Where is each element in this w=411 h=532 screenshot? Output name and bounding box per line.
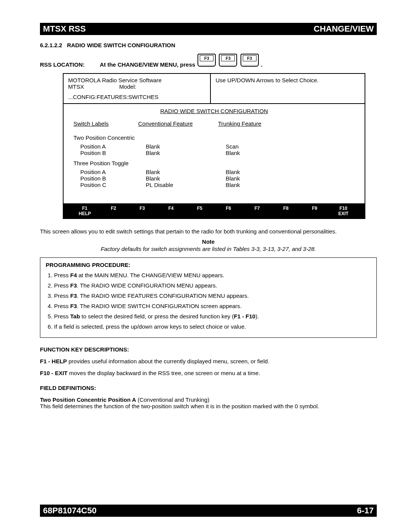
- fkey-f9: F9: [300, 206, 329, 217]
- fn-desc-2: F10 - EXIT moves the display backward in…: [40, 370, 377, 376]
- screen-top-left-l2b: Model:: [119, 83, 136, 90]
- g2-r2-label: Position C: [73, 182, 138, 188]
- proc-step-3: Press F3. The RADIO WIDE FEATURES CONFIG…: [54, 292, 371, 299]
- g2-r1-trunk: Blank: [218, 175, 279, 182]
- note-text: Factory defaults for switch assignments …: [40, 246, 377, 252]
- rss-location-label: RSS LOCATION:: [40, 61, 84, 68]
- fkey-f4: F4: [157, 206, 186, 217]
- fkey-f1: F1HELP: [70, 206, 99, 217]
- proc-heading: PROGRAMMING PROCEDURE:: [46, 262, 371, 268]
- header-left: MTSX RSS: [43, 24, 86, 34]
- proc-step-2: Press F3. The RADIO WIDE CONFIGURATION M…: [54, 282, 371, 289]
- g2-r0-conv: Blank: [138, 169, 218, 175]
- rss-location-period: .: [261, 61, 263, 68]
- proc-step-4: Press F3. The RADIO WIDE SWITCH CONFIGUR…: [54, 303, 371, 309]
- group1-title: Two Position Concentric: [73, 134, 355, 141]
- g2-r1-conv: Blank: [138, 175, 218, 182]
- section-number: 6.2.1.2.2: [40, 42, 62, 48]
- footer-right: 6-17: [357, 506, 374, 516]
- page-header: MTSX RSS CHANGE/VIEW: [40, 23, 377, 35]
- g1-r0-conv: Blank: [138, 143, 218, 150]
- col-head-trunk: Trunking Feature: [218, 120, 279, 127]
- proc-step-5: Press Tab to select the desired field, o…: [54, 313, 371, 320]
- fkey-f6: F6: [214, 206, 243, 217]
- g1-r0-label: Position A: [73, 143, 138, 150]
- screen-top-left-l3: ...CONFIG:FEATURES:SWITCHES: [68, 94, 206, 100]
- function-key-desc-heading: FUNCTION KEY DESCRIPTIONS:: [40, 346, 377, 353]
- rss-location-text: At the CHANGE/VIEW MENU, press: [100, 61, 195, 68]
- fkey-f10: F10EXIT: [329, 206, 358, 217]
- keycap-f3-1: F3: [198, 54, 216, 67]
- fn-desc-1: F1 - HELP provides useful information ab…: [40, 358, 377, 364]
- g1-r1-conv: Blank: [138, 150, 218, 156]
- g2-r0-trunk: Blank: [218, 169, 279, 175]
- screen-main-title: RADIO WIDE SWITCH CONFIGURATION: [73, 108, 355, 114]
- group-two-position: Two Position Concentric Position A Blank…: [73, 134, 355, 156]
- screen-top-left-l2a: MTSX: [68, 83, 118, 90]
- header-right: CHANGE/VIEW: [314, 24, 374, 34]
- section-heading: 6.2.1.2.2 RADIO WIDE SWITCH CONFIGURATIO…: [40, 42, 377, 48]
- note-heading: Note: [40, 238, 377, 245]
- screen-box: MOTOROLA Radio Service Software MTSX Mod…: [63, 73, 365, 219]
- screen-top-left: MOTOROLA Radio Service Software MTSX Mod…: [64, 74, 210, 104]
- fkey-f7: F7: [243, 206, 272, 217]
- g2-r2-trunk: Blank: [218, 182, 279, 188]
- screen-main: RADIO WIDE SWITCH CONFIGURATION Switch L…: [64, 104, 365, 204]
- field-def-body: This field determines the function of th…: [40, 403, 377, 409]
- group2-title: Three Position Toggle: [73, 160, 355, 166]
- g1-r0-trunk: Scan: [218, 143, 279, 150]
- g2-r2-conv: PL Disable: [138, 182, 218, 188]
- proc-step-6: If a field is selected, press the up/dow…: [54, 323, 371, 330]
- fkey-f5: F5: [185, 206, 214, 217]
- screen-top-left-l1: MOTOROLA Radio Service Software: [68, 77, 206, 83]
- keycap-f3-3: F3: [241, 54, 259, 67]
- programming-procedure-box: PROGRAMMING PROCEDURE: Press F4 at the M…: [40, 257, 377, 338]
- proc-step-1: Press F4 at the MAIN MENU. The CHANGE/VI…: [54, 272, 371, 278]
- keycap-f3-2: F3: [219, 54, 237, 67]
- group-three-position: Three Position Toggle Position A Blank B…: [73, 160, 355, 188]
- g2-r1-label: Position B: [73, 175, 138, 182]
- col-head-switch: Switch Labels: [73, 120, 138, 127]
- page-footer: 68P81074C50 6-17: [40, 505, 377, 517]
- col-head-conv: Conventional Feature: [138, 120, 218, 127]
- body-paragraph: This screen allows you to edit switch se…: [40, 228, 377, 235]
- fkey-f3: F3: [128, 206, 157, 217]
- fkey-f2: F2: [99, 206, 128, 217]
- field-def-title-line: Two Position Concentric Position A (Conv…: [40, 396, 377, 403]
- section-title: RADIO WIDE SWITCH CONFIGURATION: [67, 42, 175, 48]
- g1-r1-label: Position B: [73, 150, 138, 156]
- field-def-heading: FIELD DEFINITIONS:: [40, 385, 377, 391]
- g2-r0-label: Position A: [73, 169, 138, 175]
- g1-r1-trunk: Blank: [218, 150, 279, 156]
- fkey-f8: F8: [272, 206, 301, 217]
- footer-left: 68P81074C50: [43, 506, 97, 516]
- screen-top-right: Use UP/DOWN Arrows to Select Choice.: [210, 74, 365, 104]
- function-key-bar: F1HELP F2 F3 F4 F5 F6 F7 F8 F9 F10EXIT: [64, 204, 365, 218]
- rss-location-line: RSS LOCATION: At the CHANGE/VIEW MENU, p…: [40, 54, 377, 68]
